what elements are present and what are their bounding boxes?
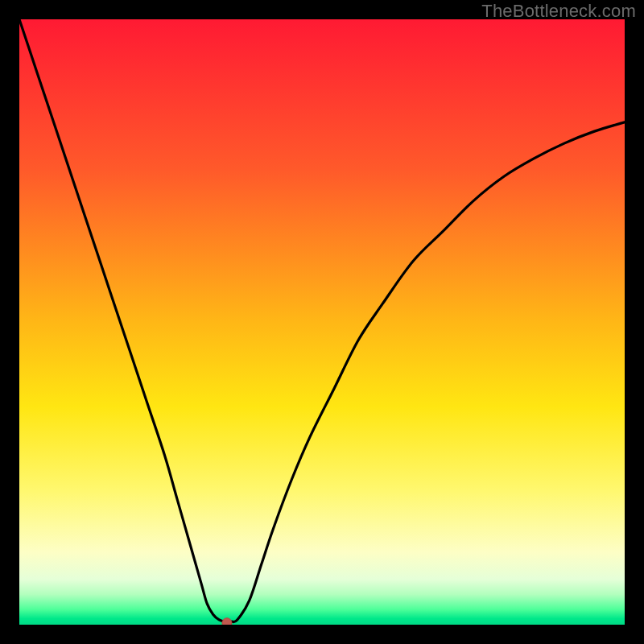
curve-line [19, 19, 625, 622]
watermark-text: TheBottleneck.com [481, 1, 636, 22]
plot-area [19, 19, 625, 625]
bottleneck-curve [19, 19, 625, 625]
optimum-marker [222, 618, 232, 625]
chart-frame: TheBottleneck.com [0, 0, 644, 644]
